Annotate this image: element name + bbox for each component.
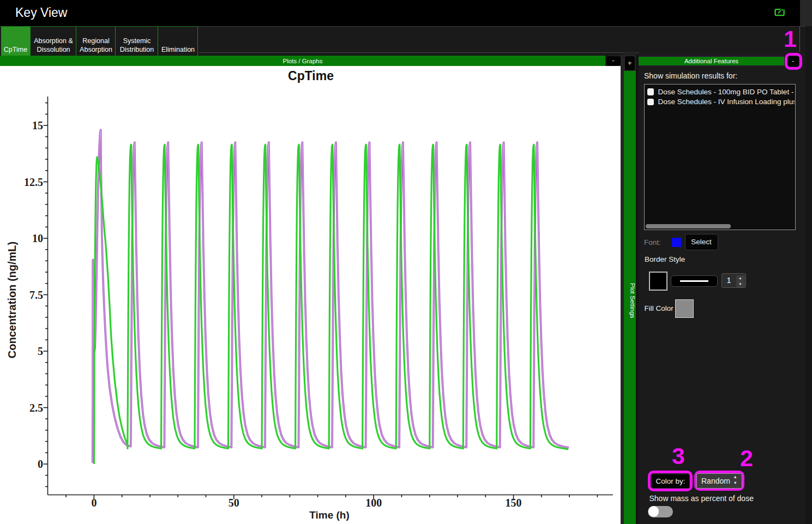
- svg-text:0: 0: [38, 458, 43, 470]
- svg-text:Time (h): Time (h): [309, 509, 350, 521]
- svg-text:CpTime: CpTime: [288, 69, 334, 83]
- svg-text:10: 10: [32, 232, 43, 244]
- svg-text:150: 150: [506, 497, 522, 509]
- svg-text:0: 0: [91, 497, 97, 509]
- svg-text:Concentration (ng/mL): Concentration (ng/mL): [6, 242, 18, 358]
- svg-text:100: 100: [365, 497, 382, 509]
- svg-text:50: 50: [228, 497, 239, 509]
- svg-text:5: 5: [38, 345, 43, 357]
- svg-text:12.5: 12.5: [24, 176, 43, 188]
- svg-text:15: 15: [32, 119, 43, 131]
- svg-text:2.5: 2.5: [29, 402, 43, 414]
- svg-text:7.5: 7.5: [29, 289, 43, 301]
